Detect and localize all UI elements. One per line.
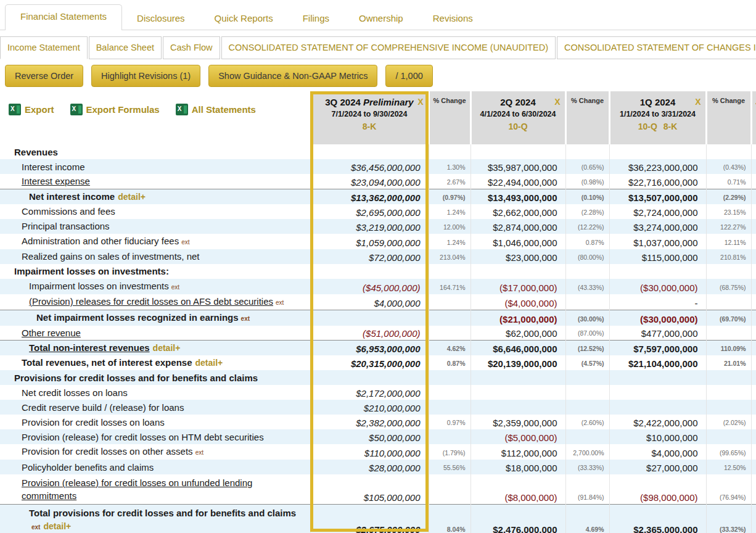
value-cell: ($4,000,000) (470, 294, 565, 310)
row-label: Interest income (0, 159, 310, 174)
table-row: Total non-interest revenuesdetail+$6,953… (0, 341, 756, 356)
value-cell: $20,315,000,000 (310, 355, 429, 370)
value-cell: $6,646,000,000 (470, 341, 565, 356)
value-cell: ($45,000,000) (310, 279, 429, 294)
filing-link[interactable]: 8-K (664, 122, 678, 131)
pct-change-cell: (33.32%) (706, 504, 751, 533)
show-guidance-button[interactable]: Show Guidance & Non-GAAP Metrics (208, 65, 377, 87)
row-label-text[interactable]: Interest expense (22, 176, 90, 186)
pct-change-cell: 12.50% (706, 460, 751, 474)
pct-change-cell: 210.81% (706, 249, 751, 264)
tab-comprehensive-income[interactable]: CONSOLIDATED STATEMENT OF COMPREHENSIVE … (221, 36, 556, 59)
period-column-header: 2Q 2024X4/1/2024 to 6/30/202410-Q (470, 91, 565, 144)
value-cell: ($8,000,000) (470, 474, 565, 504)
value-cell (751, 249, 756, 264)
value-cell: $72,000,000 (310, 249, 429, 264)
filing-link[interactable]: 10-Q (508, 122, 527, 131)
row-label[interactable]: Provision (release) for credit losses on… (0, 474, 310, 504)
pct-change-cell: 0.71% (706, 174, 751, 189)
value-cell (470, 385, 565, 400)
divide-by-1000-button[interactable]: / 1,000 (385, 65, 432, 87)
pct-change-column-header: % Change (706, 91, 751, 144)
detail-expand-link[interactable]: detail+ (195, 358, 223, 368)
pct-change-cell: (80.00%) (565, 249, 609, 264)
pct-change-cell (429, 400, 470, 415)
export-link-0[interactable]: Export (9, 104, 54, 115)
row-label[interactable]: (Provision) releases for credit losses o… (0, 294, 310, 310)
tab-revisions[interactable]: Revisions (418, 7, 488, 30)
tab-quick-reports[interactable]: Quick Reports (200, 7, 288, 30)
period-title: 2Q 2024X (472, 97, 565, 107)
tab-balance-sheet[interactable]: Balance Sheet (89, 36, 162, 59)
filing-link[interactable]: 8-K (363, 122, 377, 131)
pct-change-cell: (12.22%) (565, 219, 609, 234)
value-cell (751, 264, 756, 279)
export-link-2[interactable]: All Statements (176, 104, 256, 115)
pct-change-cell: 2,700.00% (565, 444, 609, 460)
row-label-text: Administration and other fiduciary fees (22, 236, 179, 246)
value-cell (751, 385, 756, 400)
tab-cash-flow[interactable]: Cash Flow (163, 36, 220, 59)
table-row: Realized gains on sales of investments, … (0, 249, 756, 264)
highlight-revisions-button[interactable]: Highlight Revisions (1) (91, 65, 200, 87)
row-label: Provision for credit losses on other ass… (0, 444, 310, 460)
ext-marker: ext (241, 315, 250, 322)
period-column-header: 1Q 2024X1/1/2024 to 3/31/202410-Q8-K (609, 91, 706, 144)
row-label-text: Revenues (14, 147, 58, 157)
detail-expand-link[interactable]: detail+ (153, 343, 181, 353)
value-cell: $2,365,000,000 (609, 504, 706, 533)
row-label[interactable]: Other revenue (0, 326, 310, 341)
close-column-icon[interactable]: X (695, 97, 701, 107)
excel-icon (9, 104, 21, 115)
close-column-icon[interactable]: X (417, 97, 423, 107)
pct-change-cell (706, 326, 751, 341)
row-label-text[interactable]: (Provision) releases for credit losses o… (29, 296, 273, 307)
value-cell (310, 144, 429, 159)
export-link-label: All Statements (192, 104, 256, 115)
excel-icon (70, 104, 83, 115)
tab-ownership[interactable]: Ownership (344, 7, 418, 30)
pct-change-cell: (1.79%) (429, 444, 470, 460)
tab-changes-in-equity[interactable]: CONSOLIDATED STATEMENT OF CHANGES IN (557, 36, 756, 59)
tab-disclosures[interactable]: Disclosures (122, 7, 200, 30)
tab-financial-statements[interactable]: Financial Statements (5, 4, 122, 30)
row-label: Provision for credit losses on loans (0, 415, 310, 429)
value-cell: ($21,000,000) (470, 310, 565, 326)
close-column-icon[interactable]: X (554, 97, 560, 107)
detail-expand-link[interactable]: detail+ (118, 192, 146, 202)
filing-link[interactable]: 10-Q (638, 122, 657, 131)
row-label-text: Interest income (22, 162, 85, 172)
pct-change-cell (429, 326, 470, 341)
pct-change-cell: (0.65%) (565, 159, 609, 174)
tab-filings[interactable]: Filings (288, 7, 344, 30)
export-link-1[interactable]: Export Formulas (70, 104, 160, 115)
row-label-text: Credit reserve build / (release) for loa… (22, 402, 184, 413)
period-range: 4/1/2024 to 6/30/2024 (472, 110, 565, 118)
row-label[interactable]: Total non-interest revenuesdetail+ (0, 341, 310, 356)
value-cell: $115,000,000 (609, 249, 706, 264)
value-cell: $210,000,000 (310, 400, 429, 415)
pct-change-cell: (87.00%) (565, 326, 609, 341)
row-label-text[interactable]: Total non-interest revenues (29, 342, 150, 353)
value-cell: $35,987,000,000 (470, 159, 565, 174)
row-label[interactable]: Interest expense (0, 174, 310, 189)
detail-expand-link[interactable]: detail+ (43, 521, 71, 531)
row-label-text: Commissions and fees (22, 206, 115, 217)
pct-change-cell (565, 429, 609, 444)
export-links-area: ExportExport FormulasAll Statements (0, 91, 310, 144)
value-cell: $23,094,000,000 (310, 174, 429, 189)
pct-change-cell: 21.01% (706, 355, 751, 370)
reverse-order-button[interactable]: Reverse Order (5, 65, 83, 87)
row-label: Realized gains on sales of investments, … (0, 249, 310, 264)
value-cell (751, 474, 756, 504)
pct-change-cell (429, 310, 470, 326)
value-cell (470, 400, 565, 415)
pct-change-cell (565, 264, 609, 279)
filing-links: 10-Q8-K (610, 122, 705, 131)
row-label-text[interactable]: Provision (release) for credit losses on… (22, 477, 252, 501)
value-cell (751, 504, 756, 533)
row-label-text[interactable]: Other revenue (22, 328, 81, 338)
value-cell: $3,219,000,000 (310, 219, 429, 234)
tab-income-statement[interactable]: Income Statement (0, 36, 88, 59)
value-cell: ($17,000,000) (470, 279, 565, 294)
